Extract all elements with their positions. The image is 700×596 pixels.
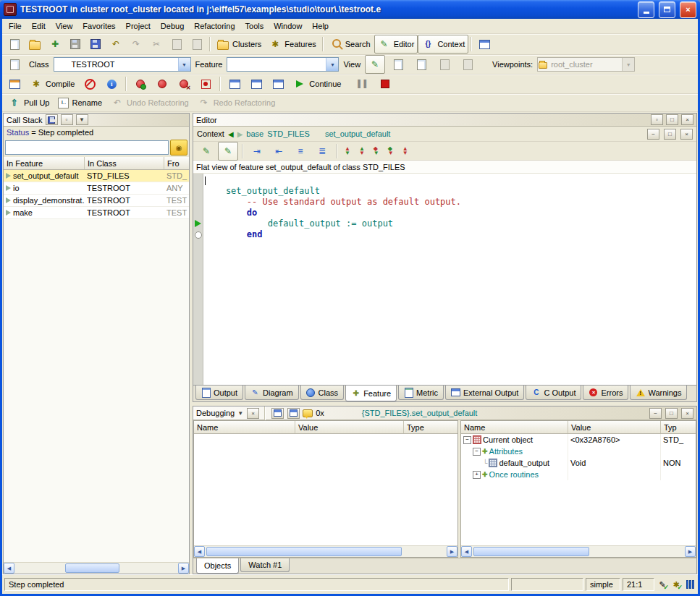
undo-refactoring-button[interactable]: ↶Undo Refactoring xyxy=(107,93,193,112)
titlebar[interactable]: TESTROOT in cluster root_cluster located… xyxy=(0,0,700,19)
remove-breakpoints-button[interactable]: ✕ xyxy=(174,74,194,93)
enable-breakpoints-button[interactable] xyxy=(130,74,151,93)
raise-tool-button[interactable] xyxy=(271,408,284,419)
code-line[interactable]: -- Use standard output as default output… xyxy=(205,197,696,208)
watch-column-value[interactable]: Value xyxy=(295,421,404,433)
redo-button[interactable]: ↷ xyxy=(126,35,146,54)
cut-button[interactable]: ✂ xyxy=(146,35,166,54)
descendants-button[interactable]: ▲▼ xyxy=(355,142,368,161)
call-stack-float-button[interactable]: ▫ xyxy=(61,114,73,125)
pull-up-button[interactable]: ⇧Pull Up xyxy=(4,93,53,112)
tab-output[interactable]: Output xyxy=(195,386,243,400)
menu-refactoring[interactable]: Refactoring xyxy=(189,20,240,32)
call-stack-save-button[interactable] xyxy=(46,114,58,125)
callstack-row[interactable]: display_demonstrat... TESTROOT TEST xyxy=(4,195,189,207)
disable-breakpoints-button[interactable] xyxy=(152,74,172,93)
new-button[interactable] xyxy=(4,35,25,54)
context-minimize-button[interactable]: − xyxy=(647,129,659,140)
code-editor[interactable]: set_output_default -- Use standard outpu… xyxy=(193,174,696,385)
call-stack-hscrollbar[interactable]: ◀ ▶ xyxy=(4,562,189,574)
editable-toggle-button[interactable]: ✎ xyxy=(218,142,238,161)
scroll-right-icon[interactable]: ▶ xyxy=(685,546,696,557)
feature-combobox-arrow-icon[interactable]: ▼ xyxy=(326,58,338,71)
menu-debug[interactable]: Debug xyxy=(156,20,189,32)
scroll-thumb[interactable] xyxy=(473,547,589,556)
feature-combobox[interactable]: ▼ xyxy=(227,57,339,72)
scroll-thumb[interactable] xyxy=(206,547,402,556)
object-row[interactable]: −Current object <0x32A8760> STD_ xyxy=(461,434,696,446)
object-row[interactable]: −✚Attributes xyxy=(461,446,696,457)
context-toggle-button[interactable]: {}Context xyxy=(418,35,468,54)
callstack-options-button[interactable]: ◉ xyxy=(170,140,187,156)
code-line[interactable]: default_output := output xyxy=(205,218,696,229)
scroll-right-icon[interactable]: ▶ xyxy=(178,563,189,574)
step-over-button[interactable] xyxy=(246,74,266,93)
new-watch-button[interactable] xyxy=(287,408,300,419)
class-combobox-arrow-icon[interactable]: ▼ xyxy=(178,58,190,71)
debugging-close-button[interactable]: × xyxy=(247,408,259,419)
stop-points-button[interactable] xyxy=(195,74,216,93)
editor-toggle-button[interactable]: ✎Editor xyxy=(374,35,418,54)
collapse-icon[interactable]: − xyxy=(463,436,471,444)
save-button[interactable] xyxy=(65,35,85,54)
copy-button[interactable] xyxy=(166,35,187,54)
features-button[interactable]: ✱Features xyxy=(265,35,319,54)
call-stack-dropdown-button[interactable]: ▼ xyxy=(76,114,88,125)
menu-tools[interactable]: Tools xyxy=(240,20,269,32)
tab-errors[interactable]: ×Errors xyxy=(583,386,628,400)
pause-button[interactable]: ▌▌ xyxy=(353,74,374,93)
menu-project[interactable]: Project xyxy=(121,20,156,32)
menu-help[interactable]: Help xyxy=(307,20,334,32)
rename-button[interactable]: I..Rename xyxy=(54,93,106,112)
clusters-button[interactable]: Clusters xyxy=(213,35,265,54)
history-back-icon[interactable]: ◀ xyxy=(228,130,234,138)
memory-status-icon[interactable] xyxy=(684,579,696,590)
view-interface-button[interactable] xyxy=(457,55,478,74)
indent-button[interactable]: ≡ xyxy=(290,142,311,161)
code-line[interactable] xyxy=(205,175,696,186)
editor-gutter[interactable] xyxy=(193,174,203,385)
unindent-button[interactable]: ≣ xyxy=(312,142,332,161)
watch-hscrollbar[interactable]: ◀ ▶ xyxy=(194,545,457,557)
code-line[interactable]: set_output_default xyxy=(205,186,696,197)
maximize-button[interactable] xyxy=(659,1,675,18)
watch-column-name[interactable]: Name xyxy=(194,421,295,433)
context-maximize-button[interactable]: □ xyxy=(664,129,676,140)
scroll-left-icon[interactable]: ◀ xyxy=(194,546,205,557)
scroll-left-icon[interactable]: ◀ xyxy=(461,546,472,557)
tab-external-output[interactable]: External Output xyxy=(445,386,524,400)
view-contract-button[interactable] xyxy=(434,55,455,74)
tab-c-output[interactable]: CC Output xyxy=(526,386,581,400)
code-line[interactable]: do xyxy=(205,208,696,218)
redo-refactoring-button[interactable]: ↷Redo Refactoring xyxy=(194,93,279,112)
column-from[interactable]: Fro xyxy=(164,157,189,169)
edit-item-button[interactable]: ✎ xyxy=(196,142,216,161)
view-basic-button[interactable]: ✎ xyxy=(365,55,385,74)
add-button[interactable]: ✚ xyxy=(45,35,65,54)
tab-class[interactable]: Class xyxy=(300,386,345,400)
paste-button[interactable] xyxy=(187,35,207,54)
tab-objects[interactable]: Objects xyxy=(196,558,239,574)
close-button[interactable]: × xyxy=(680,1,696,18)
objects-hscrollbar[interactable]: ◀ ▶ xyxy=(461,545,696,557)
collapse-icon[interactable]: − xyxy=(473,448,481,456)
watch-rows[interactable] xyxy=(194,434,457,545)
menu-edit[interactable]: Edit xyxy=(27,20,51,32)
suppliers-button[interactable]: ◆▼ xyxy=(384,142,397,161)
callstack-row[interactable]: set_output_default STD_FILES STD_ xyxy=(4,170,189,182)
debugging-minimize-button[interactable]: − xyxy=(649,408,662,419)
watch-column-type[interactable]: Type xyxy=(404,421,457,433)
hex-toggle[interactable]: 0x xyxy=(316,409,324,417)
scroll-thumb[interactable] xyxy=(65,563,119,573)
editor-float-button[interactable]: ▫ xyxy=(651,114,663,125)
callers-button[interactable]: ▲▼ xyxy=(399,142,412,161)
ancestors-button[interactable]: ▲▼ xyxy=(341,142,354,161)
tab-watch-1[interactable]: Watch #1 xyxy=(240,558,290,572)
menu-view[interactable]: View xyxy=(51,20,78,32)
debugging-menu-icon[interactable]: ▼ xyxy=(237,410,243,417)
comment-button[interactable]: ⇥ xyxy=(247,142,267,161)
uncomment-button[interactable]: ⇤ xyxy=(269,142,289,161)
favorites-button[interactable] xyxy=(474,35,494,54)
menu-window[interactable]: Window xyxy=(269,20,307,32)
objects-column-value[interactable]: Value xyxy=(568,421,661,433)
